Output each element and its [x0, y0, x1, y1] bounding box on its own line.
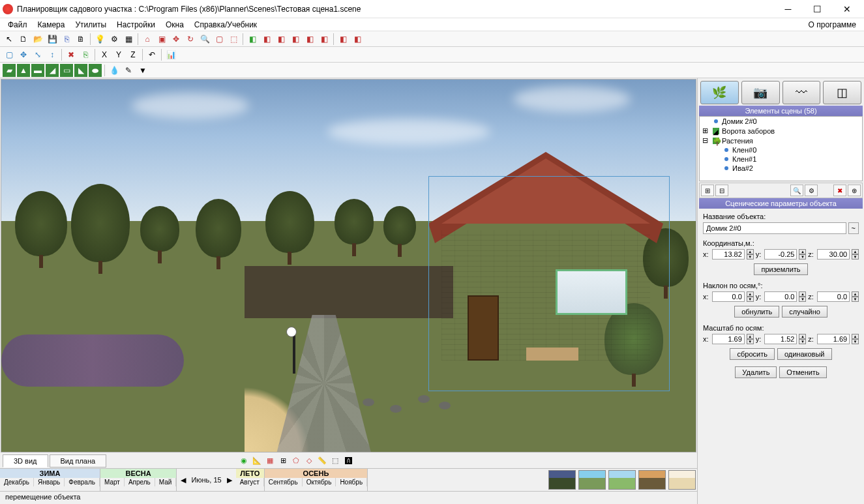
- eyedropper-icon[interactable]: ✎: [122, 64, 135, 77]
- x-down-icon[interactable]: ▼: [747, 254, 754, 259]
- menu-file[interactable]: Файл: [3, 19, 33, 31]
- y-down-icon[interactable]: ▼: [799, 254, 806, 259]
- month-apr[interactable]: Апрель: [125, 478, 155, 486]
- frame-icon[interactable]: ⬚: [227, 33, 240, 46]
- dot-marker-icon[interactable]: ◉: [238, 455, 250, 467]
- scale-y-input[interactable]: [764, 334, 797, 344]
- tree-item-gates[interactable]: ⊞◢Ворота заборов: [700, 126, 862, 136]
- expand-all-icon[interactable]: ⊞: [701, 185, 714, 196]
- ground-button[interactable]: приземлить: [754, 263, 807, 275]
- axis-z-icon[interactable]: Z: [127, 48, 140, 61]
- shape-icon[interactable]: ◇: [303, 455, 315, 467]
- same-scale-button[interactable]: одинаковый: [777, 348, 832, 360]
- zoom-icon[interactable]: 🔍: [198, 33, 211, 46]
- menu-help[interactable]: Справка/Учебник: [189, 19, 262, 31]
- close-button[interactable]: ✕: [832, 0, 861, 18]
- maximize-button[interactable]: ☐: [803, 0, 832, 18]
- reset-tilt-button[interactable]: обнулить: [734, 306, 779, 318]
- coord-z-input[interactable]: [817, 249, 850, 259]
- open-file-icon[interactable]: 📂: [31, 33, 44, 46]
- time-evening-thumb[interactable]: [638, 470, 666, 490]
- wireframe-icon[interactable]: ▦: [264, 455, 276, 467]
- new-file-icon[interactable]: 🗋: [17, 33, 30, 46]
- name-options-button[interactable]: ~: [848, 222, 859, 234]
- scale-z-input[interactable]: [817, 334, 850, 344]
- move-icon[interactable]: ✥: [170, 33, 183, 46]
- date-next-icon[interactable]: ▶: [227, 476, 232, 484]
- layer7-icon[interactable]: ◧: [336, 33, 350, 46]
- viewport-3d[interactable]: [1, 79, 696, 452]
- coord-x-input[interactable]: [712, 249, 745, 259]
- duplicate-icon[interactable]: ⎘: [79, 48, 92, 61]
- terrain-slope-icon[interactable]: ◣: [74, 64, 87, 77]
- cursor-icon[interactable]: ↖: [3, 33, 16, 46]
- height-tool-icon[interactable]: ↕: [46, 48, 59, 61]
- month-aug[interactable]: Август: [236, 478, 264, 486]
- time-dawn-thumb[interactable]: [548, 470, 576, 490]
- z-down-icon[interactable]: ▼: [852, 254, 859, 259]
- layer6-icon[interactable]: ◧: [318, 33, 331, 46]
- undo-icon[interactable]: ↶: [145, 48, 158, 61]
- tab-plan-view[interactable]: Вид плана: [50, 454, 107, 467]
- month-nov[interactable]: Ноябрь: [336, 478, 367, 486]
- axis-x-icon[interactable]: X: [98, 48, 111, 61]
- terrain-path-icon[interactable]: ◢: [46, 64, 59, 77]
- snap-icon[interactable]: ⊞: [277, 455, 289, 467]
- menu-windows[interactable]: Окна: [160, 19, 189, 31]
- axes-icon[interactable]: 📐: [251, 455, 263, 467]
- layer2-icon[interactable]: ◧: [260, 33, 273, 46]
- month-oct[interactable]: Октябрь: [303, 478, 336, 486]
- terrain-flat-icon[interactable]: ▬: [31, 64, 44, 77]
- save-icon[interactable]: 💾: [46, 33, 59, 46]
- rotate-icon[interactable]: ↻: [184, 33, 197, 46]
- time-morning-thumb[interactable]: [578, 470, 606, 490]
- y-up-icon[interactable]: ▲: [799, 249, 806, 254]
- scene-tree[interactable]: Домик 2#0 ⊞◢Ворота заборов ⊟🌳Растения Кл…: [699, 116, 863, 181]
- move-tool-icon[interactable]: ✥: [17, 48, 30, 61]
- collapse-all-icon[interactable]: ⊟: [715, 185, 728, 196]
- month-feb[interactable]: Февраль: [65, 478, 100, 486]
- select-area-icon[interactable]: ⬚: [329, 455, 341, 467]
- tree-item-plants[interactable]: ⊟🌳Растения: [700, 136, 862, 145]
- scale-x-input[interactable]: [712, 334, 745, 344]
- terrain-green-icon[interactable]: ▰: [3, 64, 16, 77]
- terrain-mound-icon[interactable]: ⬬: [89, 64, 102, 77]
- terrain-bed-icon[interactable]: ▭: [60, 64, 73, 77]
- menu-about[interactable]: О программе: [803, 19, 861, 31]
- mode-3d-icon[interactable]: 🅰: [342, 455, 354, 467]
- tab-3d-view[interactable]: 3D вид: [3, 454, 48, 467]
- house-object[interactable]: [441, 191, 650, 374]
- lightbulb-icon[interactable]: 💡: [93, 33, 106, 46]
- month-jan[interactable]: Январь: [34, 478, 65, 486]
- scale-tool-icon[interactable]: ⤡: [31, 48, 44, 61]
- month-may[interactable]: Май: [155, 478, 177, 486]
- month-mar[interactable]: Март: [100, 478, 125, 486]
- mode-terrain-icon[interactable]: 🌿: [700, 81, 739, 104]
- water-icon[interactable]: 💧: [108, 64, 121, 77]
- tilt-z-input[interactable]: [817, 291, 850, 302]
- measure-icon[interactable]: 📏: [316, 455, 328, 467]
- layer3-icon[interactable]: ◧: [275, 33, 288, 46]
- tree-item-maple0[interactable]: Клен#0: [721, 145, 862, 155]
- menu-utilities[interactable]: Утилиты: [70, 19, 112, 31]
- home-icon[interactable]: ⌂: [141, 33, 154, 46]
- mode-cube-icon[interactable]: ◫: [823, 81, 861, 104]
- export-icon[interactable]: 🗎: [74, 33, 87, 46]
- tilt-y-input[interactable]: [764, 291, 797, 302]
- axis-y-icon[interactable]: Y: [112, 48, 125, 61]
- window-icon[interactable]: ▢: [3, 48, 16, 61]
- menu-camera[interactable]: Камера: [33, 19, 70, 31]
- filter-icon[interactable]: ⚙: [805, 185, 818, 196]
- coord-y-input[interactable]: [764, 249, 797, 259]
- save-all-icon[interactable]: ⎘: [60, 33, 73, 46]
- settings-icon[interactable]: ⚙: [108, 33, 121, 46]
- tilt-x-input[interactable]: [712, 291, 745, 302]
- view-icon[interactable]: ▣: [155, 33, 168, 46]
- find-icon[interactable]: 🔍: [790, 185, 803, 196]
- object-name-input[interactable]: [703, 222, 846, 234]
- time-night-thumb[interactable]: [668, 470, 696, 490]
- tree-item-house[interactable]: Домик 2#0: [710, 117, 862, 126]
- select-icon[interactable]: ▢: [213, 33, 226, 46]
- mode-path-icon[interactable]: 〰: [782, 81, 821, 104]
- layer4-icon[interactable]: ◧: [289, 33, 302, 46]
